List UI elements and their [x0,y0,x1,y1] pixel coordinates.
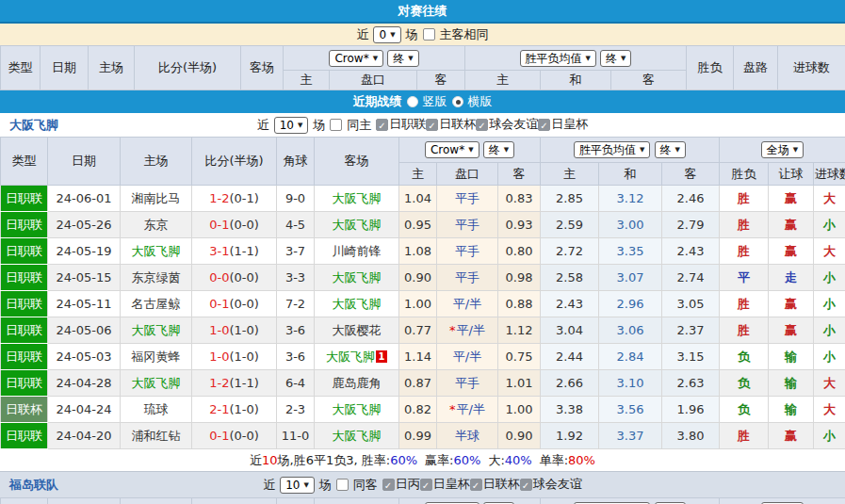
horizontal-layout-label[interactable]: 横版 [468,93,493,110]
league-filter[interactable]: ✓日联杯 [470,476,520,493]
match-row: 日职联 24-05-03 福冈黄蜂 1-0(1-0) 3-6 大阪飞脚1 1.1… [1,344,845,370]
match-row: 日职联 24-05-06 大阪飞脚 1-0(1-0) 3-6 大阪樱花 0.77… [1,317,845,344]
league-filter[interactable]: ✓日丙 [382,476,420,493]
vertical-layout-label[interactable]: 竖版 [423,93,447,110]
match-date-cell: 24-05-15 [48,265,121,291]
euro-away-cell: 3.15 [662,344,720,370]
match-type-cell: 日职联 [1,238,48,265]
chevron-down-icon: ▼ [408,52,413,65]
goals-result-cell: 大 [814,370,845,397]
team2-link[interactable]: 福岛联队 [9,477,58,494]
league-filter-label: 球会友谊 [533,476,582,493]
away-team-link[interactable]: 大阪飞脚 [333,429,382,443]
home-team-link[interactable]: 东京绿茵 [132,270,181,285]
team2-count-select[interactable]: 10▼ [280,477,315,494]
goals-result-cell: 小 [814,423,845,449]
home-team-link[interactable]: 琉球 [144,402,169,416]
euro-final-select[interactable]: 终▼ [655,141,686,158]
home-team-link[interactable]: 福冈黄蜂 [132,350,181,364]
team1-matches-table: 类型 日期 主场 比分(半场) 角球 客场 Crow*▼ 终▼ 胜平负均值▼ 终… [0,137,845,449]
league-filter[interactable]: ✓日皇杯 [538,116,588,133]
recent-results-bar: 近期战绩 竖版 横版 [0,90,845,113]
away-team-link[interactable]: 大阪飞脚 [326,350,375,364]
euro-final-select[interactable]: 终▼ [600,50,631,67]
team1-count-select[interactable]: 10▼ [274,117,309,134]
col-euro-home: 主 [465,71,541,90]
league-filter[interactable]: ✓日皇杯 [420,476,470,493]
team2-same-away-checkbox[interactable] [336,479,349,491]
league-filter[interactable]: ✓日职联 [376,116,426,133]
scope-group-header: 全场▼ [720,498,845,504]
col-corner [277,498,315,504]
col-corner: 角球 [277,138,315,186]
vertical-layout-radio[interactable] [407,96,418,107]
home-team-link[interactable]: 湘南比马 [132,191,181,205]
home-team-link[interactable]: 大阪飞脚 [132,376,181,390]
result-cell: 负 [720,397,769,423]
same-home-away-checkbox[interactable] [423,28,435,41]
near-label: 近 [263,477,275,494]
odds-group-header: Crow*▼ 终▼ [399,498,541,504]
league-filter[interactable]: ✓日联杯 [426,116,476,133]
home-team-link[interactable]: 名古屋鲸 [132,297,181,311]
home-team-cell: 名古屋鲸 [121,291,192,317]
euro-away-cell: 1.96 [662,397,720,423]
checkbox-checked-icon[interactable]: ✓ [476,119,488,131]
checkbox-checked-icon[interactable]: ✓ [538,119,550,131]
away-team-link[interactable]: 大阪飞脚 [333,270,382,285]
team2-header-row: 福岛联队 近 10▼ 场 同客 ✓日丙✓日皇杯✓日联杯✓球会友谊 [0,471,845,497]
away-team-link[interactable]: 大阪樱花 [333,323,382,337]
team1-same-home-checkbox[interactable] [330,119,342,131]
euro-avg-select[interactable]: 胜平负均值▼ [520,50,596,67]
away-team-link[interactable]: 大阪飞脚 [333,218,382,232]
home-team-link[interactable]: 大阪飞脚 [132,244,181,258]
scope-select[interactable]: 全场▼ [761,141,804,158]
col-odds-away: 客 [498,163,541,186]
odds-final-select[interactable]: 终▼ [483,141,514,158]
away-team-link[interactable]: 川崎前锋 [333,244,382,258]
odds-away-cell: 0.90 [498,423,541,449]
odds-home-cell: 0.82 [399,397,437,423]
home-team-link[interactable]: 大阪飞脚 [132,323,181,337]
checkbox-checked-icon[interactable]: ✓ [382,479,395,491]
home-team-link[interactable]: 浦和红钻 [132,429,181,443]
recent-results-title: 近期战绩 [353,93,402,110]
checkbox-checked-icon[interactable]: ✓ [426,119,438,131]
odds-away-cell: 1.01 [498,370,541,397]
checkbox-checked-icon[interactable]: ✓ [520,479,532,491]
home-team-link[interactable]: 东京 [144,218,169,232]
euro-draw-cell: 3.07 [599,265,662,291]
away-team-link[interactable]: 大阪飞脚 [333,297,382,311]
col-odds-home: 主 [399,163,437,186]
league-filter[interactable]: ✓球会友谊 [476,116,538,133]
away-team-link[interactable]: 鹿岛鹿角 [333,376,382,390]
same-home-away-label: 主客相同 [440,26,489,43]
away-team-link[interactable]: 大阪飞脚 [333,191,382,205]
match-date-cell: 24-05-06 [48,317,121,344]
euro-avg-select[interactable]: 胜平负均值▼ [574,141,650,158]
odds-home-cell: 1.04 [399,186,437,212]
away-team-cell: 大阪樱花 [315,317,399,344]
euro-home-cell: 2.72 [541,238,599,265]
away-team-link[interactable]: 大阪飞脚 [333,402,382,416]
odds-final-select[interactable]: 终▼ [387,50,418,67]
checkbox-checked-icon[interactable]: ✓ [470,479,482,491]
result-cell: 胜 [720,317,769,344]
odds-company-select[interactable]: Crow*▼ [425,141,479,158]
corner-cell: 4-5 [277,212,315,238]
score-cell: 1-2(1-1) [192,370,277,397]
league-filter[interactable]: ✓球会友谊 [520,476,582,493]
odds-company-select[interactable]: Crow*▼ [329,50,383,67]
team1-link[interactable]: 大阪飞脚 [9,117,58,134]
match-type-cell: 日职联 [1,344,48,370]
team2-league-filters: ✓日丙✓日皇杯✓日联杯✓球会友谊 [382,476,582,494]
h2h-count-select[interactable]: 0▼ [373,26,400,43]
checkbox-checked-icon[interactable]: ✓ [420,479,432,491]
handicap-cell: *平/半 [437,397,498,423]
horizontal-layout-radio[interactable] [452,96,463,107]
handicap-cell: 平手 [437,238,498,265]
handicap-result-cell: 赢 [769,186,814,212]
checkbox-checked-icon[interactable]: ✓ [376,119,388,131]
games-label: 场 [319,477,332,494]
away-team-cell: 大阪飞脚 [315,265,399,291]
